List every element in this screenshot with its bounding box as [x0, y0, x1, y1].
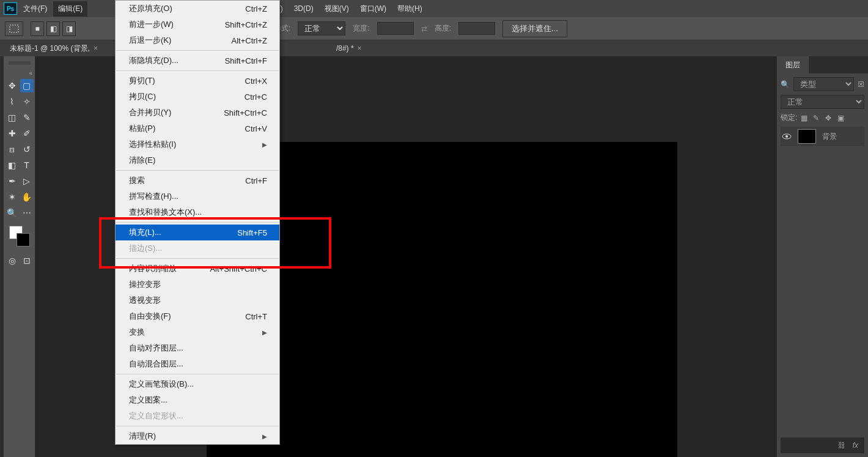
menu-auto-align[interactable]: 自动对齐图层... [116, 340, 279, 356]
menu-spellcheck[interactable]: 拼写检查(H)... [116, 188, 279, 204]
menu-content-aware-scale[interactable]: 内容识别缩放Alt+Shift+Ctrl+C [116, 261, 279, 277]
selection-add[interactable]: ◧ [46, 21, 60, 36]
menu-define-shape[interactable]: 定义自定形状... [116, 408, 279, 424]
doc-tab-0[interactable]: 未标题-1 @ 100% (背景,× [4, 41, 104, 56]
menu-paste[interactable]: 粘贴(P)Ctrl+V [116, 121, 279, 136]
app-logo: Ps [4, 2, 17, 15]
svg-rect-0 [10, 25, 18, 32]
tools-panel: « ✥▢ ⌇✧ ◫✎ ✚✐ ⧈↺ ◧T ✒▷ ✶✋ 🔍⋯ ◎⊡ [4, 56, 35, 457]
menu-search[interactable]: 搜索Ctrl+F [116, 173, 279, 188]
menu-window[interactable]: 窗口(W) [355, 1, 391, 17]
menu-clear[interactable]: 清除(E) [116, 152, 279, 168]
layer-row[interactable]: 背景 [781, 127, 864, 146]
panel-tab-bar: 图层 [777, 56, 868, 73]
menu-auto-blend[interactable]: 自动混合图层... [116, 356, 279, 372]
menu-3d[interactable]: 3D(D) [289, 2, 318, 15]
menu-puppet-warp[interactable]: 操控变形 [116, 277, 279, 292]
heal-tool[interactable]: ✚ [6, 127, 19, 140]
layers-panel: 图层 🔍 类型 ☒ 正常 锁定: ▦ ✎ ✥ ▣ 背景 [776, 56, 868, 457]
crop-tool[interactable]: ◫ [6, 111, 19, 124]
move-tool[interactable]: ✥ [6, 79, 19, 92]
menu-define-brush[interactable]: 定义画笔预设(B)... [116, 376, 279, 392]
menu-purge[interactable]: 清理(R) [116, 428, 279, 444]
shape-tool[interactable]: ✶ [6, 190, 19, 204]
select-and-mask-button[interactable]: 选择并遮住... [502, 20, 567, 37]
menu-paste-special[interactable]: 选择性粘贴(I) [116, 136, 279, 152]
width-label: 宽度: [353, 23, 369, 34]
menu-copy-merged[interactable]: 合并拷贝(Y)Shift+Ctrl+C [116, 105, 279, 121]
selection-new[interactable]: ■ [31, 21, 44, 36]
selection-subtract[interactable]: ◨ [62, 21, 76, 36]
menu-free-transform[interactable]: 自由变换(F)Ctrl+T [116, 308, 279, 324]
pen-tool[interactable]: ✒ [6, 174, 19, 188]
layer-name: 背景 [822, 132, 837, 142]
stamp-tool[interactable]: ⧈ [6, 143, 19, 156]
search-icon: 🔍 [781, 80, 790, 89]
tab-layers[interactable]: 图层 [777, 56, 809, 74]
path-select-tool[interactable]: ▷ [20, 174, 34, 188]
layer-thumb [798, 129, 816, 144]
width-input[interactable] [377, 22, 414, 35]
menu-find-replace[interactable]: 查找和替换文本(X)... [116, 204, 279, 220]
menu-step-forward[interactable]: 前进一步(W)Shift+Ctrl+Z [116, 17, 279, 32]
menu-fade[interactable]: 渐隐填充(D)...Shift+Ctrl+F [116, 53, 279, 69]
screenmode-tool[interactable]: ⊡ [20, 254, 34, 267]
menu-undo[interactable]: 还原填充(O)Ctrl+Z [116, 1, 279, 17]
lock-move-icon[interactable]: ✥ [825, 114, 834, 122]
layer-filter-select[interactable]: 类型 [793, 77, 854, 91]
height-label: 高度: [435, 23, 451, 34]
current-tool-icon[interactable] [5, 21, 23, 36]
menu-edit[interactable]: 编辑(E) [53, 1, 87, 17]
type-tool[interactable]: T [20, 158, 34, 172]
menu-step-back[interactable]: 后退一步(K)Alt+Ctrl+Z [116, 32, 279, 48]
height-input[interactable] [458, 22, 495, 35]
lock-all-icon[interactable]: ▣ [837, 114, 846, 122]
history-brush-tool[interactable]: ↺ [20, 143, 34, 156]
menu-view[interactable]: 视图(V) [320, 1, 354, 17]
doc-tab-label: 未标题-1 @ 100% (背景, [10, 43, 90, 54]
menu-define-pattern[interactable]: 定义图案... [116, 392, 279, 408]
lasso-tool[interactable]: ⌇ [6, 95, 19, 108]
background-swatch[interactable] [17, 233, 30, 247]
hand-tool[interactable]: ✋ [20, 190, 34, 204]
menu-perspective-warp[interactable]: 透视变形 [116, 292, 279, 308]
menu-file[interactable]: 文件(F) [18, 1, 52, 17]
menu-fill[interactable]: 填充(L)...Shift+F5 [116, 225, 279, 240]
panel-grip[interactable] [9, 61, 31, 65]
visibility-icon[interactable] [782, 132, 792, 141]
collapse-icon[interactable]: « [29, 70, 35, 76]
close-icon[interactable]: × [94, 44, 98, 53]
style-select[interactable]: 正常 [298, 21, 345, 35]
menu-help[interactable]: 帮助(H) [392, 1, 427, 17]
fx-icon[interactable]: fx [853, 441, 858, 450]
edit-menu-dropdown: 还原填充(O)Ctrl+Z 前进一步(W)Shift+Ctrl+Z 后退一步(K… [115, 0, 280, 445]
color-swatches[interactable] [9, 226, 30, 247]
eyedropper-tool[interactable]: ✎ [20, 111, 34, 124]
wand-tool[interactable]: ✧ [20, 95, 34, 108]
eraser-tool[interactable]: ◧ [6, 158, 19, 172]
link-icon[interactable]: ⛓ [838, 441, 845, 450]
lock-pixels-icon[interactable]: ▦ [801, 114, 809, 122]
menu-transform[interactable]: 变换 [116, 324, 279, 340]
marquee-icon [9, 24, 19, 33]
lock-position-icon[interactable]: ✎ [813, 114, 822, 122]
more-tool[interactable]: ⋯ [20, 206, 34, 220]
lock-label: 锁定: [781, 113, 797, 123]
menu-cut[interactable]: 剪切(T)Ctrl+X [116, 73, 279, 89]
blend-mode-select[interactable]: 正常 [781, 95, 864, 109]
svg-point-2 [785, 135, 788, 138]
marquee-tool[interactable]: ▢ [20, 79, 34, 92]
quickmask-tool[interactable]: ◎ [6, 254, 19, 267]
doc-tab-1[interactable]: /8#) *× [330, 42, 368, 55]
brush-tool[interactable]: ✐ [20, 127, 34, 140]
pic-icon[interactable]: ☒ [858, 80, 864, 89]
zoom-tool[interactable]: 🔍 [6, 206, 19, 220]
menu-copy[interactable]: 拷贝(C)Ctrl+C [116, 89, 279, 105]
swap-icon[interactable]: ⇄ [421, 24, 427, 33]
menu-stroke[interactable]: 描边(S)... [116, 240, 279, 256]
close-icon[interactable]: × [358, 44, 362, 53]
doc-tab-label: /8#) * [336, 44, 354, 53]
panel-footer: ⛓ fx [781, 437, 864, 453]
